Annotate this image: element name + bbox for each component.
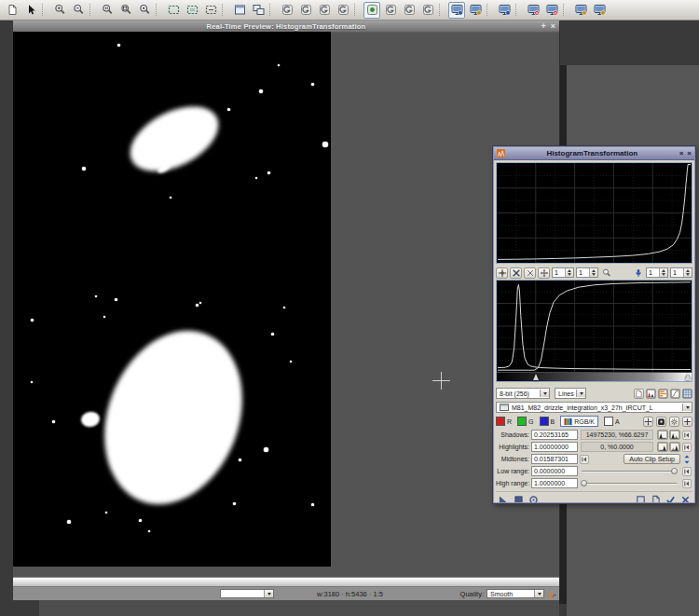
toolbar-g1-icon[interactable]: [316, 2, 333, 19]
horizontal-zoom-spinner-2[interactable]: 1: [646, 267, 668, 278]
galaxy-m81: [80, 310, 267, 524]
render-quality-icon[interactable]: [547, 589, 557, 599]
low-range-slider[interactable]: [581, 466, 678, 476]
star: [278, 64, 280, 66]
shade-icon[interactable]: ×: [679, 148, 684, 158]
horizontal-scrollbar[interactable]: [13, 577, 559, 587]
toolbar-mon-blue-icon[interactable]: [448, 2, 465, 19]
channel-rgbk-button[interactable]: RGB/K: [560, 416, 598, 427]
auto-clip-setup-button[interactable]: Auto Clip Setup: [624, 454, 680, 464]
channel-red-button[interactable]: R: [496, 417, 512, 426]
quality-combo[interactable]: Smooth: [487, 589, 544, 598]
high-range-slider[interactable]: [581, 478, 678, 488]
real-time-preview-icon[interactable]: [528, 495, 539, 504]
show-clippings-icon[interactable]: [646, 389, 656, 399]
magnifier-icon[interactable]: [600, 267, 612, 279]
toolbar-separator: [269, 4, 276, 16]
readout-black-icon[interactable]: [656, 417, 666, 427]
image-canvas[interactable]: [13, 32, 331, 567]
toolbar-mag-plus-icon[interactable]: [51, 2, 68, 19]
highlights-input[interactable]: 1.00000000: [531, 442, 578, 452]
auto-clip-highlights-icon[interactable]: [657, 442, 668, 452]
readout-crosshair-icon[interactable]: [682, 417, 692, 427]
toolbar-dash2-icon[interactable]: [184, 2, 200, 19]
apply-icon[interactable]: [513, 495, 524, 504]
show-raw-histogram-icon[interactable]: [634, 389, 644, 399]
auto-clip-highlights-2-icon[interactable]: [669, 442, 680, 452]
low-range-input[interactable]: 0.0000000: [531, 466, 578, 476]
slider-handle[interactable]: [581, 480, 587, 486]
horizontal-zoom-spinner[interactable]: 1: [552, 267, 574, 278]
track-view-icon[interactable]: [665, 495, 676, 504]
toolbar-separator: [354, 4, 361, 16]
toolbar-prev-icon[interactable]: [363, 2, 380, 19]
high-range-input[interactable]: 1.0000000: [531, 478, 578, 488]
browse-documentation-icon[interactable]: [650, 495, 661, 504]
toolbar-mon-red-icon[interactable]: [525, 2, 541, 19]
plot-style-combo[interactable]: Lines: [555, 388, 586, 399]
toolbar-g1-icon[interactable]: [382, 2, 399, 19]
toolbar-mon-gold-icon[interactable]: [467, 2, 484, 19]
toolbar-mon-gold-icon[interactable]: [591, 2, 608, 19]
pan-mode-icon[interactable]: [538, 267, 550, 279]
show-grid-icon[interactable]: [682, 389, 692, 399]
resolution-combo[interactable]: 8-bit (256): [496, 388, 550, 399]
lock-zoom-icon[interactable]: [632, 267, 644, 279]
toolbar-g1-icon[interactable]: [297, 2, 314, 19]
toolbar-mag-11-icon[interactable]: [99, 2, 116, 19]
toolbar-mag-fit-icon[interactable]: [117, 2, 134, 19]
highlights-marker[interactable]: [685, 374, 691, 380]
toolbar-g1-icon[interactable]: [401, 2, 418, 19]
toolbar-wintile-icon[interactable]: [250, 2, 267, 19]
channel-blue-button[interactable]: B: [540, 417, 555, 426]
dialog-titlebar[interactable]: HistogramTransformation × ×: [494, 147, 694, 160]
toolbar-mon-red-icon[interactable]: [543, 2, 560, 19]
show-curve-icon[interactable]: [670, 389, 680, 399]
zoom-in-mode-icon[interactable]: [510, 267, 522, 279]
vertical-zoom-spinner[interactable]: 1: [576, 267, 598, 278]
toolbar-winmax-icon[interactable]: [231, 2, 248, 19]
toolbar-g1-icon[interactable]: [335, 2, 351, 19]
toolbar-g1-icon[interactable]: [419, 2, 436, 19]
toolbar-g1-icon[interactable]: [279, 2, 295, 19]
toolbar-cursor-icon[interactable]: [22, 2, 39, 19]
reset-high-range-icon[interactable]: [681, 478, 692, 488]
dropdown-arrow-icon[interactable]: [264, 590, 273, 597]
readout-gear-icon[interactable]: [669, 417, 679, 427]
edit-instance-icon[interactable]: [635, 495, 646, 504]
readout-mode-icon[interactable]: [643, 417, 653, 427]
send-parameters-icon[interactable]: [681, 454, 692, 464]
new-instance-icon[interactable]: [498, 495, 509, 504]
toolbar-dash1-icon[interactable]: [165, 2, 182, 19]
auto-clip-shadows-icon[interactable]: [657, 430, 668, 440]
auto-clip-shadows-2-icon[interactable]: [669, 430, 680, 440]
zoom-out-mode-icon[interactable]: [524, 267, 536, 279]
toolbar-mag-sq-icon[interactable]: [136, 2, 153, 19]
close-icon[interactable]: ×: [687, 148, 692, 158]
shadows-marker[interactable]: [533, 374, 539, 380]
input-histogram-plot[interactable]: [497, 281, 692, 372]
reset-low-range-icon[interactable]: [681, 466, 692, 476]
reset-midtones-icon[interactable]: [579, 454, 590, 464]
output-histogram-plot[interactable]: [496, 162, 692, 264]
reset-shadows-icon[interactable]: [681, 430, 692, 440]
readout-pan-icon[interactable]: [496, 267, 508, 279]
shade-icon[interactable]: +: [541, 21, 545, 31]
toolbar-mon-gold-icon[interactable]: [572, 2, 589, 19]
channel-green-button[interactable]: G: [517, 417, 533, 426]
channel-alpha-button[interactable]: A: [604, 417, 620, 426]
reset-icon[interactable]: [679, 495, 691, 504]
toolbar-mon-blue-icon[interactable]: [496, 2, 513, 19]
midtones-input[interactable]: 0.01587301: [531, 454, 578, 464]
toolbar-file-icon[interactable]: [4, 2, 21, 19]
vertical-zoom-spinner-2[interactable]: 1: [670, 267, 692, 278]
toolbar-mag-minus-icon[interactable]: [70, 2, 87, 19]
slider-handle[interactable]: [671, 468, 678, 474]
toolbar-dash3-icon[interactable]: [202, 2, 219, 19]
shadows-input[interactable]: 0.20253165: [531, 430, 578, 440]
preview-zoom-combo[interactable]: [220, 589, 274, 598]
show-bars-icon[interactable]: [658, 389, 668, 399]
close-icon[interactable]: ×: [551, 21, 555, 31]
reset-highlights-icon[interactable]: [681, 442, 692, 452]
view-selector-combo[interactable]: M81_M82_drizzle_integration_x3_27h_IRCUT…: [496, 402, 692, 413]
